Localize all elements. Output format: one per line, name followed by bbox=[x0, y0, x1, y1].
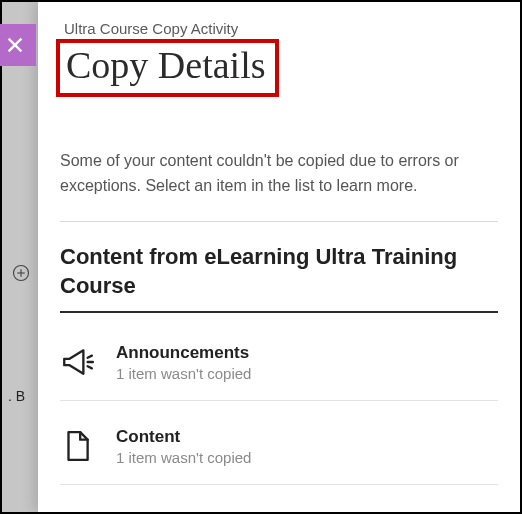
list-item-subtitle: 1 item wasn't copied bbox=[116, 449, 498, 466]
description-text: Some of your content couldn't be copied … bbox=[60, 149, 498, 199]
title-highlight-box: Copy Details bbox=[56, 39, 279, 97]
divider bbox=[60, 221, 498, 222]
list-item-subtitle: 1 item wasn't copied bbox=[116, 365, 498, 382]
list-item-title: Content bbox=[116, 427, 498, 447]
background-text-fragment: . B bbox=[8, 388, 25, 404]
list-item-title: Announcements bbox=[116, 343, 498, 363]
list-item-text: Announcements 1 item wasn't copied bbox=[116, 343, 498, 382]
megaphone-icon bbox=[60, 345, 94, 379]
close-button[interactable] bbox=[0, 24, 36, 66]
page-title: Copy Details bbox=[66, 43, 265, 87]
document-icon bbox=[60, 429, 94, 463]
breadcrumb: Ultra Course Copy Activity bbox=[60, 20, 498, 37]
add-circle-icon bbox=[12, 264, 30, 282]
copy-details-panel: Ultra Course Copy Activity Copy Details … bbox=[38, 2, 520, 512]
background-panel: . B bbox=[2, 2, 38, 512]
list-item-content[interactable]: Content 1 item wasn't copied bbox=[60, 419, 498, 485]
list-item-announcements[interactable]: Announcements 1 item wasn't copied bbox=[60, 335, 498, 401]
list-item-text: Content 1 item wasn't copied bbox=[116, 427, 498, 466]
section-heading: Content from eLearning Ultra Training Co… bbox=[60, 242, 498, 313]
